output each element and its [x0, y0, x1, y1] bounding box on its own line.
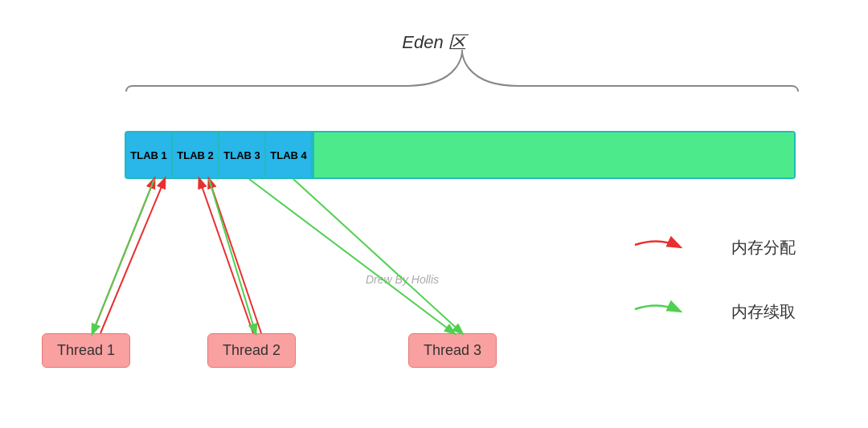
thread3-box: Thread 3	[408, 333, 497, 368]
drew-label: Drew By Hollis	[366, 273, 439, 286]
svg-line-4	[199, 179, 253, 333]
legend-fetch-label: 内存续取	[731, 301, 796, 323]
thread2-box: Thread 2	[207, 333, 296, 368]
eden-free-space	[313, 132, 794, 177]
diagram-container: Eden 区 TLAB 1 TLAB 2 TLAB 3 TLAB 4 Threa…	[0, 0, 868, 428]
tlab3-block: TLAB 3	[219, 132, 266, 177]
thread1-box: Thread 1	[42, 333, 130, 368]
svg-line-6	[209, 179, 256, 333]
svg-line-8	[293, 179, 462, 333]
tlab1-block: TLAB 1	[126, 132, 173, 177]
eden-bar: TLAB 1 TLAB 2 TLAB 3 TLAB 4	[125, 131, 796, 179]
svg-line-1	[92, 179, 154, 333]
svg-line-5	[209, 179, 261, 333]
svg-line-3	[92, 179, 154, 333]
brace-svg	[125, 50, 800, 94]
tlab4-block: TLAB 4	[266, 132, 313, 177]
legend-alloc-label: 内存分配	[731, 237, 796, 259]
svg-line-7	[249, 179, 454, 333]
svg-line-2	[100, 179, 165, 333]
tlab2-block: TLAB 2	[173, 132, 219, 177]
